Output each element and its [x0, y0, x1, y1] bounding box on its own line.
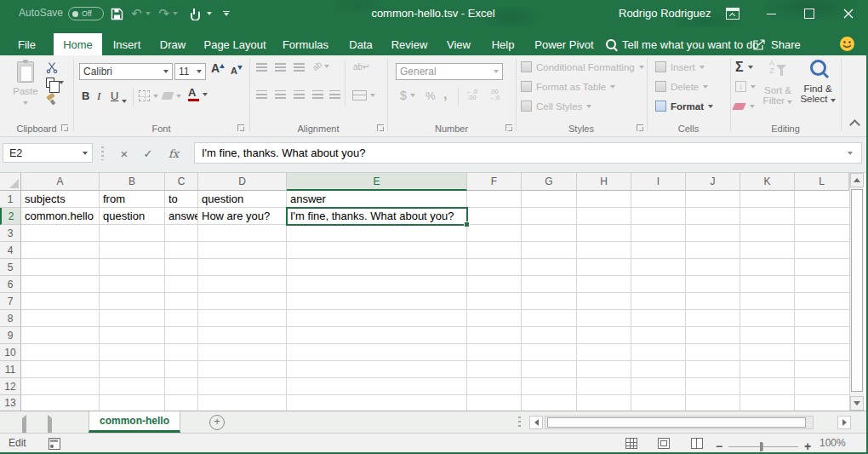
fill-color-button[interactable] — [163, 92, 181, 100]
zoom-slider-track[interactable] — [728, 446, 798, 447]
underline-dropdown[interactable] — [122, 95, 127, 105]
horizontal-scrollbar[interactable] — [545, 416, 814, 429]
format-cells-button[interactable]: Format — [655, 101, 713, 112]
wrap-text-button[interactable]: ab↵ — [353, 62, 370, 72]
fill-handle[interactable] — [464, 221, 470, 227]
align-middle-button[interactable] — [275, 63, 286, 73]
font-size-combobox[interactable]: 11 — [174, 63, 206, 80]
row-header-11[interactable]: 11 — [0, 361, 21, 378]
italic-button[interactable]: I — [97, 89, 100, 103]
col-header-l[interactable]: L — [795, 173, 849, 191]
expand-formula-bar-icon[interactable] — [848, 152, 853, 155]
row-header-8[interactable]: 8 — [0, 310, 21, 327]
row-header-6[interactable]: 6 — [0, 276, 21, 293]
macro-record-button[interactable] — [49, 438, 60, 450]
tab-review[interactable]: Review — [385, 33, 433, 55]
col-header-i[interactable]: I — [631, 173, 686, 191]
delete-cells-button[interactable]: Delete — [655, 81, 708, 92]
row-header-3[interactable]: 3 — [0, 225, 21, 242]
cell-styles-button[interactable]: Cell Styles — [521, 101, 591, 112]
find-select-button[interactable]: Find & Select — [798, 60, 837, 104]
conditional-formatting-button[interactable]: Conditional Formatting — [521, 61, 644, 72]
cell-c2[interactable]: answer — [165, 208, 197, 225]
font-dialog-launcher[interactable] — [237, 124, 244, 131]
clipboard-dialog-launcher[interactable] — [61, 124, 68, 131]
increase-indent-button[interactable] — [329, 90, 340, 101]
scroll-down-button[interactable] — [850, 396, 864, 411]
styles-dialog-launcher[interactable] — [637, 124, 643, 131]
tab-page-layout[interactable]: Page Layout — [197, 33, 272, 55]
zoom-level[interactable]: 100% — [819, 437, 846, 449]
row-header-12[interactable]: 12 — [0, 378, 21, 395]
paste-button[interactable]: Paste — [7, 60, 44, 112]
collapse-ribbon-button[interactable] — [851, 120, 859, 130]
align-center-button[interactable] — [275, 90, 286, 101]
font-family-combobox[interactable]: Calibri — [79, 63, 173, 80]
tab-formulas[interactable]: Formulas — [277, 33, 334, 55]
align-left-button[interactable] — [256, 90, 267, 101]
feedback-smiley-button[interactable] — [839, 36, 855, 55]
row-header-1[interactable]: 1 — [0, 191, 21, 208]
cell-a2[interactable]: common.hello — [21, 208, 99, 225]
sort-filter-button[interactable]: AZ Sort & Filter — [761, 60, 795, 106]
font-color-button[interactable]: A — [188, 88, 208, 101]
tab-file[interactable]: File — [7, 33, 47, 55]
col-header-h[interactable]: H — [577, 173, 631, 191]
row-header-5[interactable]: 5 — [0, 259, 21, 276]
tab-draw[interactable]: Draw — [152, 33, 193, 55]
copy-button[interactable] — [46, 78, 64, 88]
format-as-table-button[interactable]: Format as Table — [521, 81, 615, 92]
underline-button[interactable]: U — [111, 89, 118, 102]
align-top-button[interactable] — [256, 63, 267, 73]
col-header-k[interactable]: K — [740, 173, 795, 191]
cell-d1[interactable]: question — [198, 191, 286, 208]
zoom-slider-thumb[interactable] — [760, 442, 762, 451]
number-dialog-launcher[interactable] — [505, 124, 512, 131]
tab-view[interactable]: View — [437, 33, 480, 55]
next-sheet-button[interactable] — [48, 418, 52, 434]
col-header-e[interactable]: E — [287, 173, 467, 191]
autosum-button[interactable]: Σ — [735, 60, 753, 75]
formula-input[interactable]: I'm fine, thanks. What about you? — [194, 142, 862, 164]
tab-power-pivot[interactable]: Power Pivot — [526, 33, 602, 55]
bold-button[interactable]: B — [82, 89, 89, 102]
minimize-button[interactable] — [753, 0, 789, 27]
page-layout-view-button[interactable] — [658, 438, 670, 449]
user-account[interactable]: Rodrigo Rodriguez — [619, 7, 711, 20]
scroll-up-button[interactable] — [850, 173, 864, 187]
col-header-f[interactable]: F — [467, 173, 522, 191]
alignment-dialog-launcher[interactable] — [377, 124, 384, 131]
select-all-corner[interactable] — [0, 173, 21, 191]
cancel-entry-button[interactable]: × — [114, 144, 134, 163]
tab-data[interactable]: Data — [339, 33, 383, 55]
col-header-b[interactable]: B — [100, 173, 165, 191]
horizontal-scrollbar-thumb[interactable] — [547, 417, 806, 428]
formula-bar-resize-handle[interactable] — [101, 147, 104, 160]
cell-c1[interactable]: to — [165, 191, 197, 208]
grow-font-button[interactable]: A — [211, 64, 225, 74]
col-header-c[interactable]: C — [165, 173, 198, 191]
cell-b1[interactable]: from — [100, 191, 164, 208]
cut-button[interactable] — [46, 61, 58, 75]
new-sheet-button[interactable]: + — [209, 415, 225, 430]
format-painter-button[interactable] — [46, 95, 56, 106]
cell-d2[interactable]: How are you? — [198, 208, 286, 225]
decrease-indent-button[interactable] — [312, 90, 323, 101]
zoom-in-button[interactable]: + — [804, 440, 811, 452]
percent-format-button[interactable]: % — [425, 89, 436, 102]
sheet-tab-common-hello[interactable]: common-hello — [89, 411, 180, 433]
tab-insert[interactable]: Insert — [106, 33, 148, 55]
align-right-button[interactable] — [294, 90, 305, 101]
ribbon-display-options-button[interactable] — [715, 0, 751, 27]
borders-button[interactable] — [139, 90, 158, 101]
currency-format-button[interactable]: $ — [400, 89, 415, 102]
zoom-out-button[interactable]: − — [716, 440, 722, 452]
hscroll-right-button[interactable] — [837, 416, 851, 429]
fill-button[interactable]: ↓ — [735, 81, 756, 92]
decrease-decimal-button[interactable]: .00→.0 — [488, 89, 500, 101]
vertical-scrollbar[interactable] — [849, 173, 864, 411]
tab-scroll-splitter[interactable] — [518, 417, 521, 428]
row-header-7[interactable]: 7 — [0, 293, 21, 310]
page-break-view-button[interactable] — [691, 438, 703, 449]
number-format-combobox[interactable]: General — [396, 63, 503, 80]
